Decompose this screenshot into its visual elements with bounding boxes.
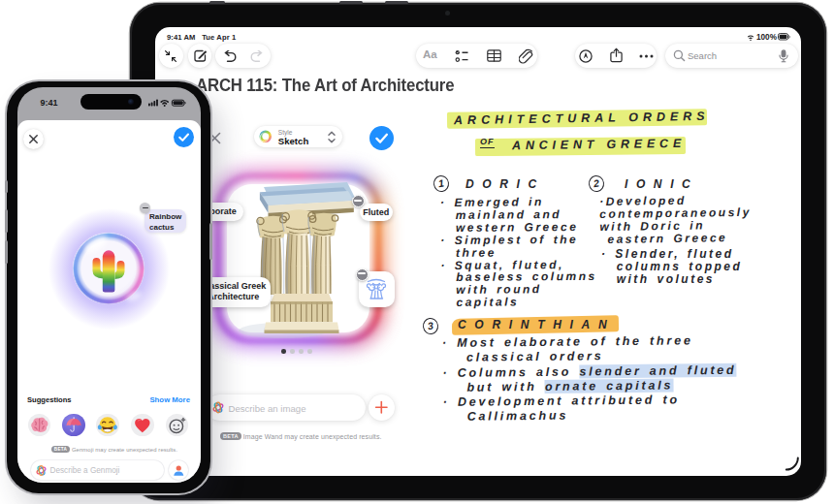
- svg-text:100%: 100%: [756, 33, 778, 42]
